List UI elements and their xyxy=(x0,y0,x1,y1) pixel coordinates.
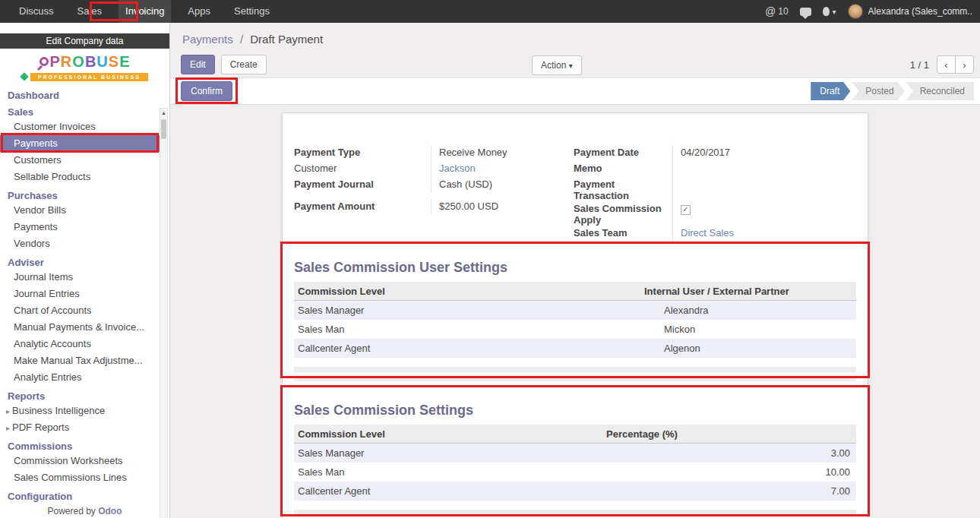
status-step[interactable]: Reconciled xyxy=(906,82,974,100)
pager-next-button[interactable]: › xyxy=(955,55,974,74)
sidebar-scrollbar[interactable]: ▲ ▼ xyxy=(160,108,168,518)
field-value[interactable]: Direct Sales xyxy=(681,227,734,238)
field-label: Payment Date xyxy=(574,145,672,161)
field-value[interactable]: Receive Money xyxy=(431,145,574,161)
sidebar-item[interactable]: ▸Chart of Accounts xyxy=(0,302,160,319)
field-value-cell: ✓ 04/20/2017 xyxy=(672,145,856,161)
pager-previous-button[interactable]: ‹ xyxy=(937,55,956,74)
field-label: Sales Team xyxy=(574,226,672,242)
sidebar: Edit Company data PROBUSE PROFESSIONAL B… xyxy=(0,23,170,518)
cell-commission-level: Callcenter Agent xyxy=(294,343,640,354)
sidebar-item[interactable]: ▸Adviser xyxy=(0,257,160,269)
sidebar-item[interactable]: ▸Journal Items xyxy=(0,269,160,286)
table-row[interactable]: Callcenter Agent Algenon xyxy=(294,339,856,358)
cell-user: Mickon xyxy=(640,324,856,335)
sales-commission-apply-checkbox[interactable]: ✓ xyxy=(681,205,691,215)
cell-percentage: 3.00 xyxy=(602,447,856,459)
section-title-user-settings: Sales Commission User Settings xyxy=(294,260,856,276)
scroll-up-icon[interactable]: ▲ xyxy=(161,109,166,118)
sidebar-item-label: Sellable Products xyxy=(14,171,90,182)
sidebar-item[interactable]: ▸Reports xyxy=(0,390,160,403)
breadcrumb-parent[interactable]: Payments xyxy=(182,33,233,46)
sidebar-item[interactable]: ▸Analytic Entries xyxy=(0,369,160,386)
form-field: Customer Jackson xyxy=(294,161,574,177)
commission-settings-table: Commission Level Percentage (%) Sales Ma… xyxy=(294,425,856,515)
confirm-button[interactable]: Confirm xyxy=(181,81,232,101)
field-value[interactable]: 04/20/2017 xyxy=(681,147,730,158)
top-menu-item[interactable]: Apps xyxy=(181,0,217,23)
sidebar-item-label: Analytic Accounts xyxy=(14,338,91,349)
sidebar-item[interactable]: ▸Purchases xyxy=(0,190,160,202)
column-header-commission-level[interactable]: Commission Level xyxy=(294,428,602,440)
form-field: Sales Commission Apply ✓ xyxy=(574,201,856,226)
form-field: Payment Journal Cash (USD) xyxy=(294,177,574,193)
breadcrumb-separator: / xyxy=(240,33,243,46)
table-row[interactable]: Callcenter Agent 7.00 xyxy=(294,482,856,501)
table-row[interactable]: Sales Manager Alexandra xyxy=(294,301,856,320)
sidebar-item[interactable]: ▸Vendors xyxy=(0,235,160,252)
table-row[interactable]: Sales Man 10.00 xyxy=(294,463,856,482)
expand-arrow-icon: ▸ xyxy=(6,424,10,432)
top-menu-item[interactable]: Settings xyxy=(227,0,277,23)
field-value[interactable]: $250.00 USD xyxy=(431,199,574,215)
check-icon: ✓ xyxy=(682,206,688,213)
sidebar-item[interactable]: ▸Configuration xyxy=(0,491,160,503)
table-row[interactable]: Sales Manager 3.00 xyxy=(294,444,856,463)
debug-menu[interactable]: ▾ xyxy=(823,7,836,16)
create-button[interactable]: Create xyxy=(221,55,267,74)
form-fields: Payment Type Receive Money Customer Jack… xyxy=(294,145,856,242)
sidebar-item-label: Sales Commissions Lines xyxy=(14,472,127,483)
sidebar-item[interactable]: ▸Vendor Bills xyxy=(0,202,160,219)
expand-arrow-icon: ▸ xyxy=(6,407,10,415)
empty-rows xyxy=(294,510,856,515)
status-step[interactable]: Posted xyxy=(852,82,904,100)
sidebar-item[interactable]: ▸Make Manual Tax Adjustme... xyxy=(0,352,160,369)
sidebar-item[interactable]: ▸Business Intelligence xyxy=(0,403,160,419)
sidebar-item[interactable]: ▸Payments xyxy=(0,219,160,235)
messages-icon[interactable] xyxy=(800,8,811,16)
sidebar-item-label: Purchases xyxy=(8,190,58,201)
field-value[interactable]: Jackson xyxy=(431,161,574,177)
sidebar-item[interactable]: ▸Journal Entries xyxy=(0,286,160,302)
top-menu-item[interactable]: Sales xyxy=(71,0,109,23)
form-field: Sales Team ✓ Direct Sales xyxy=(574,226,856,242)
sidebar-item-label: Manual Payments & Invoice... xyxy=(14,321,144,333)
sidebar-item[interactable]: ▸Sales Commissions Lines xyxy=(0,469,160,486)
column-header-commission-level[interactable]: Commission Level xyxy=(294,286,640,297)
top-menu-item[interactable]: Discuss xyxy=(12,0,61,23)
sidebar-item-label: Dashboard xyxy=(8,90,59,101)
sidebar-item[interactable]: ▸Commission Worksheets xyxy=(0,453,160,469)
action-dropdown[interactable]: Action ▾ xyxy=(532,55,582,75)
column-header-percentage[interactable]: Percentage (%) xyxy=(602,428,856,440)
column-header-internal-user[interactable]: Internal User / External Partner xyxy=(640,286,856,297)
sidebar-item[interactable]: ▸PDF Reports xyxy=(0,419,160,436)
sidebar-item[interactable]: ▸Dashboard xyxy=(0,90,160,102)
sidebar-item[interactable]: ▸Commissions xyxy=(0,441,160,453)
sidebar-item[interactable]: ▸Analytic Accounts xyxy=(0,336,160,352)
form-field: Payment Amount $250.00 USD xyxy=(294,199,574,215)
edit-company-button[interactable]: Edit Company data xyxy=(0,33,169,49)
breadcrumb: Payments / Draft Payment xyxy=(170,23,980,52)
sidebar-item-label: Make Manual Tax Adjustme... xyxy=(14,355,143,366)
sidebar-item[interactable]: ▸Sellable Products xyxy=(0,169,160,185)
payment-form-sheet: Payment Type Receive Money Customer Jack… xyxy=(282,112,868,518)
top-menu-item[interactable]: Invoicing xyxy=(119,0,171,23)
status-step[interactable]: Draft xyxy=(811,82,850,100)
odoo-link[interactable]: Odoo xyxy=(98,506,122,516)
table-row[interactable]: Sales Man Mickon xyxy=(294,320,856,339)
sidebar-item[interactable]: ▸Manual Payments & Invoice... xyxy=(0,319,160,336)
top-menu: Discuss Sales Invoicing Apps Settings xyxy=(12,0,277,23)
sidebar-item[interactable]: ▸Customers xyxy=(0,152,160,169)
caret-down-icon: ▾ xyxy=(833,8,836,16)
sidebar-item[interactable]: ▸Payments xyxy=(0,135,160,152)
field-value[interactable]: Cash (USD) xyxy=(431,177,574,193)
sidebar-item[interactable]: ▸Customer Invoices xyxy=(0,118,160,135)
user-menu[interactable]: Alexandra (Sales_comm.. xyxy=(848,4,972,19)
cell-commission-level: Sales Manager xyxy=(294,447,602,459)
mentions-indicator[interactable]: @ 10 xyxy=(765,5,789,17)
sidebar-item[interactable]: ▸Sales xyxy=(0,106,160,118)
top-navbar: Discuss Sales Invoicing Apps Settings @ … xyxy=(0,0,980,23)
sidebar-item-label: Journal Entries xyxy=(14,288,80,299)
scroll-thumb[interactable] xyxy=(161,119,166,139)
edit-button[interactable]: Edit xyxy=(181,55,215,74)
